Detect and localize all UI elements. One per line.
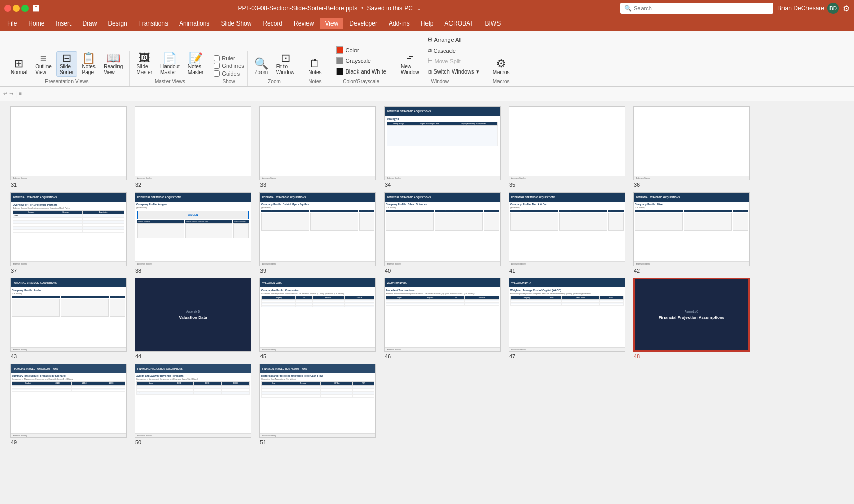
guides-checkbox[interactable] (214, 70, 220, 77)
menu-home[interactable]: Home (23, 18, 50, 29)
slide-item-48[interactable]: Appendix C Financial Projection Assumpti… (633, 278, 750, 359)
ribbon-btn-normal[interactable]: ⊞ Normal (7, 57, 31, 77)
ribbon-btn-grayscale[interactable]: Grayscale (331, 56, 390, 66)
menu-developer[interactable]: Developer (344, 18, 383, 29)
slide-item-50[interactable]: FINANCIAL PROJECTION ASSUMPTIONS Xyrem a… (135, 364, 251, 445)
menu-review[interactable]: Review (289, 18, 319, 29)
toolbar-more-icon[interactable]: ≡ (19, 91, 22, 97)
ribbon-btn-color[interactable]: Color (331, 45, 390, 55)
slide-num-34: 34 (384, 182, 391, 188)
notes-icon: 🗒 (309, 58, 320, 69)
menu-insert[interactable]: Insert (51, 18, 76, 29)
ruler-checkbox[interactable] (214, 55, 220, 61)
slide-item-31[interactable]: Anderson Stanley 31 (10, 106, 127, 188)
ribbon-btn-notes-master[interactable]: 📝 NotesMaster (184, 51, 207, 77)
search-input[interactable] (634, 5, 769, 11)
toolbar-undo-icon[interactable]: ↩ (3, 91, 7, 97)
main-content[interactable]: Anderson Stanley 31 Anderson Stanley (0, 101, 854, 504)
menu-transitions[interactable]: Transitions (133, 18, 173, 29)
menu-addins[interactable]: Add-ins (384, 18, 415, 29)
ribbon-btn-macros[interactable]: ⚙ Macros (489, 57, 513, 77)
slide-sorter[interactable]: Anderson Stanley 31 Anderson Stanley (0, 101, 854, 504)
ribbon-btn-slide-sorter[interactable]: ⊟ SlideSorter (56, 51, 77, 77)
slide-thumb-49[interactable]: FINANCIAL PROJECTION ASSUMPTIONS Summary… (10, 364, 127, 438)
gridlines-checkbox[interactable] (214, 63, 220, 69)
ribbon-btn-handout-master[interactable]: 📄 HandoutMaster (157, 51, 183, 77)
menu-file[interactable]: File (2, 18, 22, 29)
slide-item-45[interactable]: VALUATION DATA Comparable Public Compani… (259, 278, 376, 359)
slide-item-46[interactable]: VALUATION DATA Precedent Transactions An… (384, 278, 501, 359)
slide-item-43[interactable]: POTENTIAL STRATEGIC ACQUISITIONS Company… (10, 278, 127, 359)
zoom-icon: 🔍 (254, 58, 268, 69)
slide-thumb-51[interactable]: FINANCIAL PROJECTION ASSUMPTIONS Histori… (259, 364, 376, 438)
slide-thumb-37[interactable]: POTENTIAL STRATEGIC ACQUISITIONS Overvie… (10, 192, 127, 266)
menu-record[interactable]: Record (257, 18, 288, 29)
slide-thumb-34[interactable]: POTENTIAL STRATEGIC ACQUISITIONS Strateg… (384, 106, 501, 180)
slide-item-32[interactable]: Anderson Stanley 32 (135, 106, 251, 188)
ribbon-btn-new-window[interactable]: 🗗 NewWindow (397, 54, 423, 77)
ribbon-btn-arrange-all[interactable]: ⊞ Arrange All (424, 35, 483, 44)
slide-thumb-38[interactable]: POTENTIAL STRATEGIC ACQUISITIONS Company… (135, 192, 251, 266)
slide-row-49-51: FINANCIAL PROJECTION ASSUMPTIONS Summary… (10, 364, 844, 445)
slide-thumb-36[interactable]: Anderson Stanley (633, 106, 750, 180)
slide-item-41[interactable]: POTENTIAL STRATEGIC ACQUISITIONS Company… (509, 192, 625, 274)
slide-thumb-44[interactable]: Appendix B Valuation Data (135, 278, 251, 352)
slide-item-37[interactable]: POTENTIAL STRATEGIC ACQUISITIONS Overvie… (10, 192, 127, 274)
slide-thumb-46[interactable]: VALUATION DATA Precedent Transactions An… (384, 278, 501, 352)
ruler-checkbox-label[interactable]: Ruler (214, 55, 244, 61)
group-label-show: Show (223, 79, 235, 84)
menu-slideshow[interactable]: Slide Show (216, 18, 256, 29)
slide-thumb-47[interactable]: VALUATION DATA Weighted Average Cost of … (509, 278, 625, 352)
ribbon-btn-outline[interactable]: ≡ OutlineView (32, 51, 55, 77)
user-name: Brian DeChesare (777, 5, 824, 12)
ribbon-btn-black-white[interactable]: Black and White (331, 66, 390, 77)
slide-thumb-40[interactable]: POTENTIAL STRATEGIC ACQUISITIONS Company… (384, 192, 501, 266)
minimize-button[interactable] (13, 5, 20, 12)
slide-item-34[interactable]: POTENTIAL STRATEGIC ACQUISITIONS Strateg… (384, 106, 501, 188)
ribbon-btn-reading-view[interactable]: 📖 ReadingView (100, 51, 126, 77)
slide-thumb-43[interactable]: POTENTIAL STRATEGIC ACQUISITIONS Company… (10, 278, 127, 352)
slide-thumb-31[interactable]: Anderson Stanley (10, 106, 127, 180)
slide-item-40[interactable]: POTENTIAL STRATEGIC ACQUISITIONS Company… (384, 192, 501, 274)
ribbon-btn-notes-page[interactable]: 📋 NotesPage (78, 51, 99, 77)
ribbon-btn-notes[interactable]: 🗒 Notes (304, 57, 325, 77)
gridlines-checkbox-label[interactable]: Gridlines (214, 63, 244, 69)
toolbar-redo-icon[interactable]: ↪ (9, 91, 13, 97)
slide-thumb-50[interactable]: FINANCIAL PROJECTION ASSUMPTIONS Xyrem a… (135, 364, 251, 438)
slide-item-33[interactable]: Anderson Stanley 33 (259, 106, 376, 188)
menu-draw[interactable]: Draw (77, 18, 102, 29)
slide-thumb-32[interactable]: Anderson Stanley (135, 106, 251, 180)
slide-thumb-45[interactable]: VALUATION DATA Comparable Public Compani… (259, 278, 376, 352)
guides-checkbox-label[interactable]: Guides (214, 70, 244, 77)
ribbon-btn-slide-master[interactable]: 🖼 SlideMaster (133, 51, 156, 77)
menu-help[interactable]: Help (416, 18, 439, 29)
slide-thumb-48[interactable]: Appendix C Financial Projection Assumpti… (633, 278, 750, 352)
slide-item-36[interactable]: Anderson Stanley 36 (633, 106, 750, 188)
menu-biws[interactable]: BIWS (480, 18, 506, 29)
search-bar[interactable]: 🔍 (620, 3, 773, 14)
ribbon-btn-switch-windows[interactable]: ⧉ Switch Windows ▾ (424, 67, 483, 77)
slide-item-49[interactable]: FINANCIAL PROJECTION ASSUMPTIONS Summary… (10, 364, 127, 445)
settings-icon[interactable]: ⚙ (843, 4, 850, 13)
slide-thumb-35[interactable]: Anderson Stanley (509, 106, 625, 180)
slide-item-51[interactable]: FINANCIAL PROJECTION ASSUMPTIONS Histori… (259, 364, 376, 445)
maximize-button[interactable] (21, 5, 29, 12)
menu-design[interactable]: Design (103, 18, 132, 29)
slide-thumb-42[interactable]: POTENTIAL STRATEGIC ACQUISITIONS Company… (633, 192, 750, 266)
slide-item-35[interactable]: Anderson Stanley 35 (509, 106, 625, 188)
ribbon-btn-fit-window[interactable]: ⊡ Fit toWindow (273, 51, 298, 77)
slide-item-44[interactable]: Appendix B Valuation Data 44 (135, 278, 251, 359)
menu-animations[interactable]: Animations (174, 18, 215, 29)
slide-item-42[interactable]: POTENTIAL STRATEGIC ACQUISITIONS Company… (633, 192, 750, 274)
close-button[interactable] (4, 5, 11, 12)
slide-thumb-39[interactable]: POTENTIAL STRATEGIC ACQUISITIONS Company… (259, 192, 376, 266)
ribbon-btn-zoom[interactable]: 🔍 Zoom (251, 57, 272, 77)
slide-thumb-41[interactable]: POTENTIAL STRATEGIC ACQUISITIONS Company… (509, 192, 625, 266)
menu-view[interactable]: View (320, 18, 343, 29)
slide-thumb-33[interactable]: Anderson Stanley (259, 106, 376, 180)
slide-item-47[interactable]: VALUATION DATA Weighted Average Cost of … (509, 278, 625, 359)
slide-item-38[interactable]: POTENTIAL STRATEGIC ACQUISITIONS Company… (135, 192, 251, 274)
menu-acrobat[interactable]: ACROBAT (439, 18, 479, 29)
ribbon-btn-cascade[interactable]: ⧉ Cascade (424, 45, 483, 55)
slide-item-39[interactable]: POTENTIAL STRATEGIC ACQUISITIONS Company… (259, 192, 376, 274)
